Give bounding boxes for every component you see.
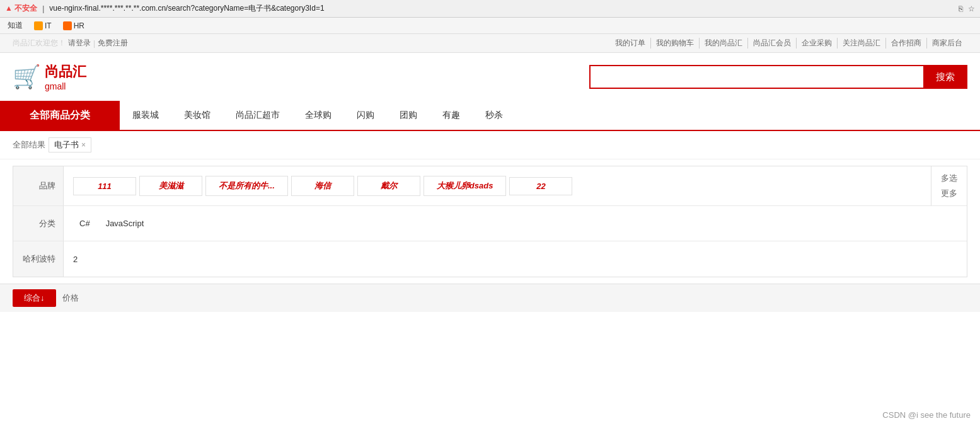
top-nav: 尚品汇欢迎您！ 请登录 | 免费注册 我的订单 我的购物车 我的尚品汇 尚品汇会… (0, 34, 980, 53)
bookmark-it[interactable]: IT (32, 20, 54, 32)
search-input[interactable] (589, 65, 923, 89)
address-bar[interactable]: vue-nginx-final.****.***.**.**.com.cn/se… (49, 3, 954, 14)
partner-link[interactable]: 合作招商 (886, 38, 927, 49)
welcome-text: 尚品汇欢迎您！ (13, 38, 66, 49)
filter-section: 品牌 111 美滋滋 不是所有的牛... 海信 戴尔 大猴儿卵dsads 22 … (13, 166, 967, 277)
browser-icons: ⎘ ☆ (959, 4, 975, 13)
top-nav-right: 我的订单 我的购物车 我的尚品汇 尚品汇会员 企业采购 关注尚品汇 合作招商 商… (610, 38, 967, 49)
security-warning: ▲ 不安全 (5, 3, 37, 14)
haliwote-filter-row: 哈利波特 2 (13, 241, 967, 277)
nav-item-group[interactable]: 团购 (387, 101, 430, 130)
haliwote-label: 哈利波特 (13, 241, 64, 277)
category-content: C# JavaScript (64, 206, 967, 241)
brand-label: 品牌 (13, 166, 64, 205)
nav-item-flash[interactable]: 闪购 (344, 101, 387, 130)
nav-item-supermarket[interactable]: 尚品汇超市 (223, 101, 292, 130)
category-item-0[interactable]: C# (73, 217, 96, 229)
bookmark-hr[interactable]: HR (61, 20, 87, 32)
url-separator: | (42, 4, 44, 13)
breadcrumb-tag-close[interactable]: × (81, 141, 86, 149)
bookmark-it-icon (34, 21, 43, 30)
sort-bar: 综合↓ 价格 (0, 284, 980, 312)
all-category-button[interactable]: 全部商品分类 (0, 101, 120, 130)
browser-bar: ▲ 不安全 | vue-nginx-final.****.***.**.**.c… (0, 0, 980, 18)
sort-price-link[interactable]: 价格 (62, 292, 79, 304)
category-filter-row: 分类 C# JavaScript (13, 206, 967, 241)
search-box: 搜索 (589, 65, 967, 89)
vip-link[interactable]: 尚品汇会员 (748, 38, 797, 49)
more-button[interactable]: 更多 (941, 188, 957, 199)
haliwote-content: 2 (64, 241, 967, 277)
sort-comprehensive-button[interactable]: 综合↓ (13, 289, 56, 307)
nav-item-cosmetics[interactable]: 美妆馆 (171, 101, 223, 130)
breadcrumb-tag-label: 电子书 (54, 139, 79, 151)
enterprise-link[interactable]: 企业采购 (797, 38, 838, 49)
star-icon[interactable]: ☆ (968, 4, 975, 13)
bookmark-hr-label: HR (74, 21, 84, 30)
bookmarks-bar: 知道 IT HR (0, 18, 980, 34)
logo-chinese: 尚品汇 (45, 62, 86, 81)
category-label: 分类 (13, 206, 64, 241)
merchant-link[interactable]: 商家后台 (927, 38, 967, 49)
logo-text: 尚品汇 gmall (45, 62, 86, 91)
my-shangpinhui-link[interactable]: 我的尚品汇 (700, 38, 748, 49)
my-cart-link[interactable]: 我的购物车 (651, 38, 700, 49)
multi-select-button[interactable]: 多选 (941, 173, 957, 184)
bookmark-hr-icon (63, 21, 72, 30)
bookmark-zhidao[interactable]: 知道 (5, 19, 25, 32)
breadcrumb-tag: 电子书 × (49, 137, 91, 153)
share-icon[interactable]: ⎘ (959, 4, 963, 13)
haliwote-value[interactable]: 2 (73, 253, 78, 265)
bookmark-zhidao-label: 知道 (8, 20, 23, 31)
bookmark-it-label: IT (45, 21, 52, 30)
my-orders-link[interactable]: 我的订单 (610, 38, 651, 49)
brand-item-1[interactable]: 美滋滋 (139, 176, 202, 196)
brand-item-4[interactable]: 戴尔 (357, 176, 420, 196)
category-item-1[interactable]: JavaScript (100, 217, 151, 229)
brand-item-0[interactable]: 111 (73, 177, 136, 195)
brand-item-2[interactable]: 不是所有的牛... (205, 176, 288, 196)
search-button[interactable]: 搜索 (923, 65, 967, 89)
nav-items: 服装城 美妆馆 尚品汇超市 全球购 闪购 团购 有趣 秒杀 (120, 101, 516, 130)
breadcrumb-bar: 全部结果 电子书 × (0, 131, 980, 159)
brand-filter-row: 品牌 111 美滋滋 不是所有的牛... 海信 戴尔 大猴儿卵dsads 22 … (13, 166, 967, 206)
nav-item-fun[interactable]: 有趣 (430, 101, 473, 130)
nav-item-sale[interactable]: 秒杀 (473, 101, 516, 130)
nav-separator: | (93, 39, 95, 48)
brand-item-6[interactable]: 22 (509, 177, 572, 195)
brand-actions: 多选 更多 (931, 166, 967, 205)
login-link[interactable]: 请登录 (68, 38, 91, 49)
cart-icon: 🛒 (13, 64, 41, 90)
brand-content: 111 美滋滋 不是所有的牛... 海信 戴尔 大猴儿卵dsads 22 (64, 166, 931, 205)
top-nav-left: 尚品汇欢迎您！ 请登录 | 免费注册 (13, 38, 128, 49)
breadcrumb-all[interactable]: 全部结果 (13, 139, 45, 151)
follow-link[interactable]: 关注尚品汇 (838, 38, 886, 49)
header: 🛒 尚品汇 gmall 搜索 (0, 53, 980, 101)
nav-item-clothing[interactable]: 服装城 (120, 101, 171, 130)
register-link[interactable]: 免费注册 (98, 38, 128, 49)
nav-item-global[interactable]: 全球购 (292, 101, 344, 130)
brand-item-5[interactable]: 大猴儿卵dsads (424, 176, 507, 196)
brand-item-3[interactable]: 海信 (291, 176, 354, 196)
main-nav: 全部商品分类 服装城 美妆馆 尚品汇超市 全球购 闪购 团购 有趣 秒杀 (0, 101, 980, 131)
logo-english: gmall (45, 81, 86, 91)
logo[interactable]: 🛒 尚品汇 gmall (13, 62, 86, 91)
